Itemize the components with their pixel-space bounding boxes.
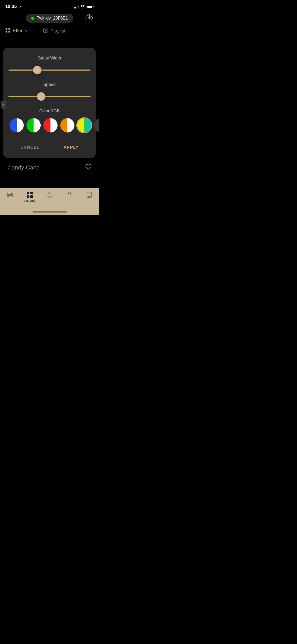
play-icon: [43, 28, 48, 34]
add-color-button[interactable]: +: [94, 118, 99, 132]
color-green-white[interactable]: [26, 118, 41, 132]
svg-marker-8: [17, 118, 24, 132]
side-pill: ◉: [1, 101, 6, 109]
cancel-button[interactable]: CANCEL: [12, 142, 48, 153]
stripe-width-track: [8, 70, 91, 71]
color-blue-white[interactable]: [10, 118, 24, 132]
svg-point-18: [10, 193, 12, 195]
tab-row: Effects Playlist: [0, 25, 99, 37]
svg-line-32: [51, 193, 52, 194]
device-icon: [86, 191, 93, 198]
grid-icon: [5, 27, 11, 34]
connection-dot: [31, 17, 34, 20]
svg-rect-21: [27, 192, 29, 194]
speed-thumb[interactable]: [37, 92, 45, 101]
svg-rect-17: [7, 193, 13, 195]
color-red-white[interactable]: [43, 118, 58, 132]
svg-line-30: [51, 196, 52, 197]
tab-effects[interactable]: Effects: [5, 27, 27, 37]
color-yellow-teal[interactable]: [77, 118, 91, 132]
status-right: [74, 5, 94, 8]
svg-rect-0: [6, 28, 7, 30]
action-buttons: CANCEL APPLY: [8, 140, 91, 153]
svg-marker-16: [84, 118, 91, 132]
nav-device[interactable]: [79, 191, 99, 199]
stripe-width-slider[interactable]: [8, 65, 91, 75]
battery-icon: [87, 5, 94, 8]
candy-cane-label: Candy Cane: [7, 164, 40, 171]
svg-rect-22: [30, 192, 33, 194]
apply-button[interactable]: APPLY: [56, 142, 87, 153]
effects-tab-label: Effects: [13, 28, 27, 34]
speed-track: [8, 96, 91, 97]
device-pill[interactable]: Twinkly_20F6E1: [26, 14, 73, 23]
stripe-width-label: Stripe Width: [8, 56, 91, 61]
hashtag-icon: [66, 191, 73, 198]
toggle-icon: [7, 191, 13, 198]
color-section: Color RGB: [8, 109, 91, 132]
status-bar: 10:35 ↗: [0, 0, 99, 12]
svg-line-31: [48, 196, 49, 197]
svg-rect-24: [30, 195, 33, 198]
playlist-tab-label: Playlist: [50, 28, 65, 34]
location-icon: ↗: [18, 5, 21, 9]
stripe-width-section: Stripe Width: [8, 56, 91, 75]
svg-line-34: [70, 192, 70, 197]
color-options: +: [8, 118, 91, 132]
gallery-icon: [26, 191, 33, 198]
nav-gallery[interactable]: Gallery: [20, 191, 40, 203]
svg-line-29: [48, 193, 49, 194]
device-name: Twinkly_20F6E1: [37, 16, 68, 21]
device-bar: Twinkly_20F6E1: [0, 12, 99, 25]
bottom-nav: Gallery: [0, 188, 99, 215]
svg-marker-10: [34, 118, 41, 132]
svg-line-33: [68, 192, 68, 197]
candy-cane-bar: Candy Cane: [3, 161, 96, 174]
svg-rect-1: [8, 28, 10, 30]
nav-gallery-label: Gallery: [24, 199, 35, 203]
heart-icon[interactable]: [85, 164, 92, 172]
svg-rect-19: [7, 195, 13, 197]
nav-effects[interactable]: [40, 191, 59, 199]
wifi-icon: [80, 5, 85, 8]
svg-rect-23: [27, 195, 29, 198]
svg-marker-5: [45, 29, 47, 31]
svg-marker-12: [50, 118, 58, 132]
speed-section: Speed: [8, 82, 91, 101]
svg-rect-3: [8, 31, 10, 33]
color-orange-white[interactable]: [60, 118, 74, 132]
speed-label: Speed: [8, 82, 91, 87]
home-indicator: [32, 211, 67, 213]
status-time: 10:35: [5, 4, 17, 9]
signal-icon: [74, 5, 79, 8]
settings-panel: ◉ Stripe Width Speed Color RGB: [3, 48, 96, 158]
sparkle-icon: [46, 191, 53, 198]
tab-playlist[interactable]: Playlist: [43, 28, 65, 37]
color-rgb-label: Color RGB: [8, 109, 91, 113]
svg-marker-14: [67, 118, 74, 132]
cloud-download-icon[interactable]: [85, 13, 94, 24]
svg-rect-2: [6, 31, 7, 33]
speed-slider[interactable]: [8, 92, 91, 101]
svg-point-20: [8, 196, 10, 197]
nav-settings[interactable]: [0, 191, 20, 199]
stripe-width-thumb[interactable]: [33, 66, 41, 74]
nav-grid[interactable]: [59, 191, 79, 199]
